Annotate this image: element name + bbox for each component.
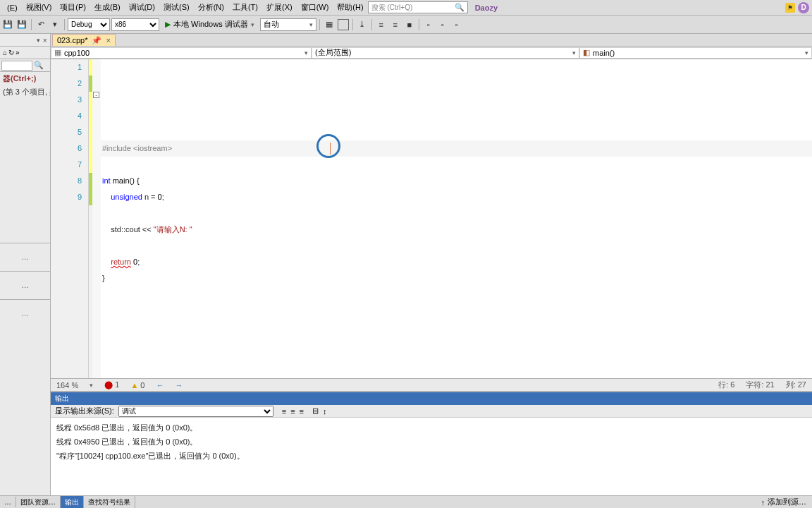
- tool-icon-9[interactable]: ▫: [450, 18, 463, 31]
- play-icon: ▶: [165, 20, 171, 29]
- error-count: 1: [115, 380, 119, 389]
- menu-window[interactable]: 窗口(W): [297, 1, 333, 14]
- dock-tool-icon[interactable]: »: [16, 49, 20, 56]
- menu-debug[interactable]: 调试(D): [125, 1, 159, 14]
- tool-icon-7[interactable]: ▫: [422, 18, 435, 31]
- menu-project[interactable]: 项目(P): [56, 1, 90, 14]
- output-tool-icon[interactable]: ⊟: [312, 406, 319, 416]
- dock-dropdown-icon[interactable]: ▾: [37, 37, 40, 44]
- nav-forward-icon[interactable]: →: [175, 381, 183, 389]
- editor-tab[interactable]: 023.cpp* 📌 ×: [52, 34, 116, 46]
- add-to-source-icon[interactable]: ↑: [761, 498, 765, 507]
- search-icon: 🔍: [34, 61, 44, 70]
- nav-bar: ▦cpp100▾ (全局范围)▾ ◧main()▾: [51, 47, 812, 59]
- menubar: (E) 视图(V) 项目(P) 生成(B) 调试(D) 测试(S) 分析(N) …: [0, 0, 812, 16]
- undo-icon[interactable]: ↶: [35, 18, 47, 31]
- fold-toggle-icon[interactable]: -: [93, 92, 99, 98]
- tool-icon-4[interactable]: ≡: [375, 18, 388, 31]
- dock-collapsed-tab[interactable]: …: [0, 243, 50, 271]
- platform-combo[interactable]: x86: [111, 18, 159, 31]
- run-target-label: 本地 Windows 调试器: [173, 19, 248, 30]
- output-tool-icon[interactable]: ≡: [290, 407, 295, 416]
- solution-search-label: 器(Ctrl+;): [3, 73, 47, 84]
- solution-explorer: ▾ × ⌂ ↻ » 🔍 器(Ctrl+;) (第 3 个项目, 共 … … …: [0, 34, 51, 495]
- menu-view[interactable]: 视图(V): [22, 1, 56, 14]
- output-source-combo[interactable]: 调试: [118, 406, 273, 417]
- brand-label: Daozy: [475, 4, 498, 12]
- output-tool-icon[interactable]: ≡: [300, 407, 304, 416]
- notification-icon[interactable]: ⚑: [785, 3, 795, 13]
- tool-icon-6[interactable]: ■: [403, 18, 416, 31]
- dock-collapsed-tab[interactable]: …: [0, 299, 50, 327]
- warning-count: 0: [140, 381, 144, 389]
- saveall-icon[interactable]: 💾: [16, 18, 28, 31]
- redo-icon[interactable]: ▾: [49, 18, 61, 31]
- add-to-source-label[interactable]: 添加到源…: [768, 497, 806, 507]
- nav-back-icon[interactable]: ←: [156, 381, 164, 389]
- auto-combo[interactable]: 自动▾: [260, 18, 316, 31]
- search-icon: 🔍: [455, 3, 465, 12]
- start-debug-button[interactable]: ▶本地 Windows 调试器▾: [161, 18, 259, 31]
- pin-icon[interactable]: 📌: [92, 36, 102, 45]
- dock-tool-icon[interactable]: ↻: [8, 49, 14, 56]
- output-source-label: 显示输出来源(S):: [55, 406, 114, 416]
- config-combo[interactable]: Debug: [68, 18, 110, 31]
- tool-icon-8[interactable]: ▫: [436, 18, 449, 31]
- output-tool-icon[interactable]: ↕: [323, 407, 327, 416]
- save-icon[interactable]: 💾: [1, 18, 14, 31]
- scope-function-combo[interactable]: ◧main()▾: [579, 47, 812, 59]
- menu-extensions[interactable]: 扩展(X): [262, 1, 297, 14]
- output-text[interactable]: 线程 0x56d8 已退出，返回值为 0 (0x0)。线程 0x4950 已退出…: [51, 418, 812, 495]
- menu-test[interactable]: 测试(S): [159, 1, 194, 14]
- tab-title: 023.cpp*: [57, 36, 87, 44]
- text-caret: [330, 143, 331, 155]
- error-icon: ⬤: [104, 380, 113, 389]
- chevron-down-icon[interactable]: ▾: [90, 382, 93, 389]
- close-icon[interactable]: ×: [106, 36, 110, 44]
- global-search[interactable]: 搜索 (Ctrl+Q) 🔍: [368, 1, 468, 13]
- chevron-down-icon: ▾: [251, 21, 254, 28]
- menu-build[interactable]: 生成(B): [90, 1, 125, 14]
- warning-icon: ▲: [130, 381, 138, 389]
- editor-area: 023.cpp* 📌 × ▦cpp100▾ (全局范围)▾ ◧main()▾ 1…: [51, 34, 812, 495]
- cursor-line: 6: [730, 380, 734, 389]
- tool-icon-3[interactable]: ⤓: [356, 18, 369, 31]
- scope-project-combo[interactable]: ▦cpp100▾: [51, 47, 312, 59]
- bottom-tab[interactable]: 团队资源…: [16, 496, 61, 509]
- solution-search-input[interactable]: [1, 61, 32, 71]
- toolbar: 💾 💾 ↶ ▾ Debug x86 ▶本地 Windows 调试器▾ 自动▾ ▦…: [0, 16, 812, 34]
- cursor-char: 21: [765, 380, 774, 389]
- output-tool-icon[interactable]: ≡: [282, 407, 286, 416]
- editor-status-bar: 164 % ▾ ⬤ 1 ▲ 0 ← → 行: 6 字符: 21 列: 27: [51, 378, 812, 391]
- menu-e[interactable]: (E): [3, 2, 22, 13]
- bottom-tab-output[interactable]: 输出: [61, 496, 84, 509]
- bottom-tab[interactable]: …: [0, 497, 16, 507]
- solution-item[interactable]: (第 3 个项目, 共: [3, 87, 47, 97]
- cursor-col: 27: [798, 380, 806, 389]
- user-avatar[interactable]: D: [798, 2, 809, 13]
- dock-tool-icon[interactable]: ⌂: [3, 49, 7, 56]
- dock-collapsed-tab[interactable]: …: [0, 271, 50, 299]
- menu-help[interactable]: 帮助(H): [333, 1, 367, 14]
- menu-analyze[interactable]: 分析(N): [194, 1, 228, 14]
- dock-close-icon[interactable]: ×: [43, 36, 47, 44]
- tool-icon-1[interactable]: ▦: [323, 18, 336, 31]
- bottom-tab-strip: … 团队资源… 输出 查找符号结果 ↑添加到源…: [0, 495, 812, 508]
- tool-icon-2[interactable]: [337, 18, 350, 31]
- zoom-level[interactable]: 164 %: [56, 381, 78, 389]
- output-panel-title: 输出: [51, 392, 812, 405]
- scope-namespace-combo[interactable]: (全局范围)▾: [312, 47, 579, 59]
- menu-tools[interactable]: 工具(T): [228, 1, 262, 14]
- tool-icon-5[interactable]: ≡: [389, 18, 402, 31]
- bottom-tab[interactable]: 查找符号结果: [84, 496, 135, 509]
- tab-strip: 023.cpp* 📌 ×: [51, 34, 812, 47]
- output-panel: 输出 显示输出来源(S): 调试 ≡ ≡ ≡ ⊟ ↕ 线程 0x56d8 已退出…: [51, 391, 812, 495]
- search-placeholder: 搜索 (Ctrl+Q): [371, 3, 455, 13]
- code-editor[interactable]: 123456789 - #include <iostream>int main(…: [51, 59, 812, 378]
